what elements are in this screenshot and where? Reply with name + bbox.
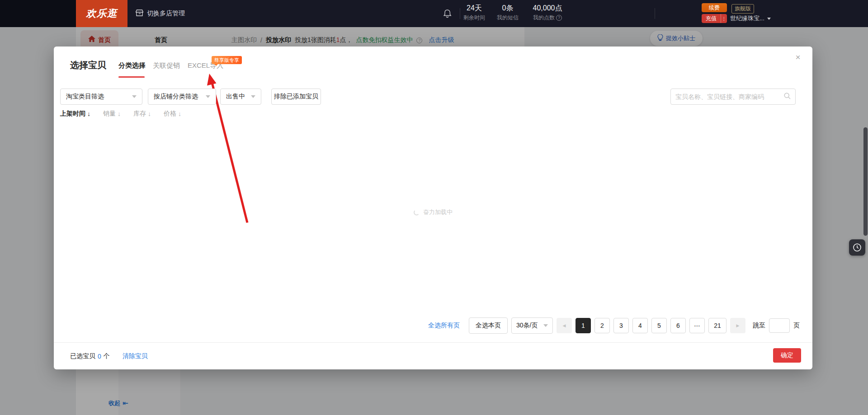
app-logo-text: 欢乐逛 xyxy=(86,7,118,20)
stat-label: 我的点数 ? xyxy=(524,14,571,22)
stat-messages[interactable]: 0条 我的短信 xyxy=(493,4,523,22)
confirm-button[interactable]: 确定 xyxy=(773,348,801,363)
stat-value: 24天 xyxy=(461,4,487,13)
category-filter-select[interactable]: 淘宝类目筛选 xyxy=(60,89,142,105)
sort-by-sales[interactable]: 销量↓ xyxy=(103,110,121,118)
account-name-label: 世纪缘珠宝... xyxy=(730,14,764,23)
jump-to-label: 跳至 xyxy=(753,322,765,330)
page-button-2[interactable]: 2 xyxy=(594,318,610,333)
stat-points[interactable]: 40,000点 我的点数 ? xyxy=(524,4,571,22)
stat-value: 40,000点 xyxy=(524,4,571,13)
status-filter-label: 出售中 xyxy=(226,93,245,101)
app-logo[interactable]: 欢乐逛 xyxy=(76,0,127,27)
sort-by-listing-time[interactable]: 上架时间↓ xyxy=(60,110,90,118)
tab-category-select[interactable]: 分类选择 xyxy=(118,61,146,70)
switch-store-button[interactable]: 切换多店管理 xyxy=(136,0,185,27)
page-unit-label: 页 xyxy=(793,322,800,330)
store-switch-icon xyxy=(136,9,143,18)
selected-count-info: 已选宝贝 0 个 xyxy=(70,352,110,360)
page-size-label: 30条/页 xyxy=(516,322,538,330)
stat-remaining-time[interactable]: 24天 剩余时间 xyxy=(461,4,487,22)
page-button-4[interactable]: 4 xyxy=(632,318,648,333)
sort-row: 上架时间↓ 销量↓ 库存↓ 价格↓ xyxy=(60,110,181,118)
sort-arrow-icon: ↓ xyxy=(118,110,121,117)
page-button-21[interactable]: 21 xyxy=(708,318,726,333)
stat-value: 0条 xyxy=(493,4,523,13)
prev-icon: ◀ xyxy=(563,323,566,328)
header-left-area xyxy=(0,0,76,27)
recharge-label: 充值 xyxy=(702,15,721,23)
prev-page-button[interactable]: ◀ xyxy=(557,318,572,333)
search-icon[interactable] xyxy=(784,93,791,101)
recharge-button[interactable]: 充值 ⋮ xyxy=(702,14,727,23)
stat-label: 剩余时间 xyxy=(461,14,487,22)
sort-arrow-icon: ↓ xyxy=(178,110,181,117)
next-page-button[interactable]: ▶ xyxy=(730,318,745,333)
question-circle-icon[interactable]: ? xyxy=(556,15,562,21)
page-ellipsis[interactable]: ⋯ xyxy=(689,318,705,333)
scrollbar-thumb[interactable] xyxy=(863,127,868,236)
close-icon[interactable]: × xyxy=(793,52,803,63)
caret-down-icon xyxy=(543,324,548,327)
bell-icon xyxy=(443,9,452,18)
page-button-3[interactable]: 3 xyxy=(613,318,629,333)
loading-indicator: 奋力加载中 xyxy=(54,208,812,216)
header-divider xyxy=(655,8,655,19)
exclude-added-button[interactable]: 排除已添加宝贝 xyxy=(271,89,321,105)
switch-store-label: 切换多店管理 xyxy=(147,9,185,18)
next-icon: ▶ xyxy=(736,323,740,328)
item-search-input[interactable] xyxy=(675,93,784,100)
sort-arrow-icon: ↓ xyxy=(87,110,90,117)
page-button-1[interactable]: 1 xyxy=(576,318,591,333)
chevron-down-icon xyxy=(767,18,771,20)
caret-down-icon xyxy=(206,95,210,98)
account-buttons: 续费 充值 ⋮ xyxy=(702,3,727,23)
active-tab-underline xyxy=(118,76,145,78)
select-current-page-button[interactable]: 全选本页 xyxy=(469,317,508,334)
history-float-button[interactable] xyxy=(849,239,865,256)
caret-down-icon xyxy=(132,95,137,98)
modal-footer: 已选宝贝 0 个 清除宝贝 确定 xyxy=(54,343,812,369)
notification-bell-button[interactable] xyxy=(441,8,453,19)
renew-button[interactable]: 续费 xyxy=(702,3,727,12)
pagination: 全选所有页 全选本页 30条/页 ◀ 1 2 3 4 5 6 ⋯ 21 ▶ 跳至… xyxy=(428,317,800,335)
caret-down-icon xyxy=(251,95,255,98)
clock-icon xyxy=(853,243,862,252)
category-filter-label: 淘宝类目筛选 xyxy=(66,93,104,101)
stat-label: 我的短信 xyxy=(493,14,523,22)
select-items-modal: × 选择宝贝 分类选择 关联促销 EXCEL导入 尊享版专享 淘宝类目筛选 按店… xyxy=(54,47,812,369)
jump-to-page-input[interactable] xyxy=(769,318,790,333)
account-menu[interactable]: 世纪缘珠宝... xyxy=(730,14,771,23)
header-divider xyxy=(460,8,460,19)
loading-spinner-icon xyxy=(414,210,420,215)
top-header: 欢乐逛 切换多店管理 24天 剩余时间 0条 我的短信 40,000点 我的点数… xyxy=(0,0,868,27)
vip-exclusive-badge: 尊享版专享 xyxy=(212,56,242,64)
clear-items-link[interactable]: 清除宝贝 xyxy=(123,352,148,360)
selected-count: 0 xyxy=(98,353,101,360)
plan-badge: 旗舰版 xyxy=(731,4,754,14)
more-icon[interactable]: ⋮ xyxy=(721,14,727,23)
shop-category-filter-label: 按店铺分类筛选 xyxy=(154,93,198,101)
select-all-pages-link[interactable]: 全选所有页 xyxy=(428,322,460,330)
tab-related-promotion[interactable]: 关联促销 xyxy=(153,61,180,70)
sort-by-stock[interactable]: 库存↓ xyxy=(133,110,151,118)
sort-arrow-icon: ↓ xyxy=(148,110,151,117)
status-filter-select[interactable]: 出售中 xyxy=(220,89,261,105)
shop-category-filter-select[interactable]: 按店铺分类筛选 xyxy=(148,89,216,105)
modal-title: 选择宝贝 xyxy=(70,59,106,71)
sort-by-price[interactable]: 价格↓ xyxy=(164,110,181,118)
page-size-select[interactable]: 30条/页 xyxy=(511,317,553,334)
page-button-5[interactable]: 5 xyxy=(651,318,667,333)
page-button-6[interactable]: 6 xyxy=(670,318,686,333)
item-search-box xyxy=(670,89,796,105)
loading-text: 奋力加载中 xyxy=(423,208,453,216)
